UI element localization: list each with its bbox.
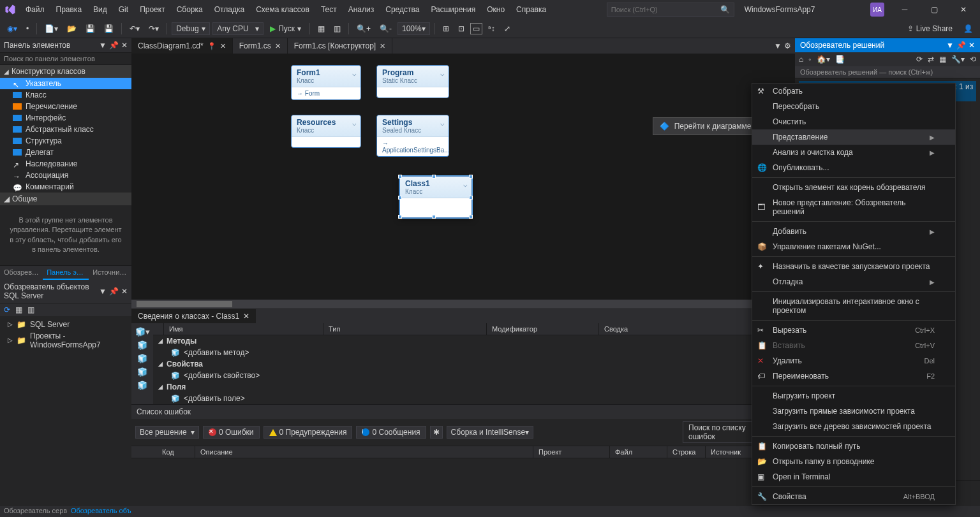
context-menu-item-18[interactable]: ✂ВырезатьCtrl+X <box>752 323 955 338</box>
back-button[interactable]: ◉▾ <box>4 22 20 35</box>
new-item-button[interactable]: 📄▾ <box>41 22 61 35</box>
se-home2-icon[interactable]: 🏠▾ <box>817 55 830 64</box>
class-box-settings[interactable]: SettingsSealed Класс⌵→ ApplicationSettin… <box>376 115 449 157</box>
tb-icon-1[interactable]: ▦ <box>315 22 328 35</box>
menu-проект[interactable]: Проект <box>135 3 170 17</box>
errors-filter[interactable]: ✕0 Ошибки <box>203 426 260 439</box>
toolbox-item-1[interactable]: Класс <box>0 89 131 101</box>
error-scope-combo[interactable]: Все решение▾ <box>135 426 199 439</box>
class-box-form1[interactable]: Form1Класс⌵→ Form <box>291 65 361 100</box>
context-menu-item-16[interactable]: Инициализировать интерактивное окно с пр… <box>752 294 955 318</box>
toolbox-item-4[interactable]: Абстрактный класс <box>0 124 131 135</box>
toolbox-item-7[interactable]: ↗Наследование <box>0 158 131 170</box>
cd-icon-4[interactable]: 🧊 <box>137 367 147 377</box>
cd-category[interactable]: ◢Свойства <box>153 358 795 370</box>
toolbox-item-3[interactable]: Интерфейс <box>0 112 131 124</box>
platform-combo[interactable]: Any CPU▾ <box>212 22 264 35</box>
se-home-icon[interactable]: ⌂ <box>799 55 803 64</box>
toolbox-item-0[interactable]: ↖Указатель <box>0 78 131 89</box>
doc-tab-2[interactable]: Form1.cs [Конструктор]✕ <box>288 38 392 54</box>
doc-tab-0[interactable]: ClassDiagram1.cd*📍✕ <box>131 38 233 54</box>
open-button[interactable]: 📂 <box>64 22 80 35</box>
cd-category[interactable]: ◢Поля <box>153 381 795 393</box>
se-back-icon[interactable]: ◦ <box>808 55 811 64</box>
close-panel-icon[interactable]: ✕ <box>121 41 128 50</box>
toolbox-item-8[interactable]: →Ассоциация <box>0 170 131 181</box>
context-menu-item-10[interactable]: Добавить▶ <box>752 224 955 239</box>
menu-файл[interactable]: Файл <box>20 3 50 17</box>
build-combo[interactable]: Сборка и IntelliSense▾ <box>447 426 533 439</box>
context-menu-item-27[interactable]: 📋Копировать полный путь <box>752 439 955 454</box>
context-menu-item-20[interactable]: ✕УдалитьDel <box>752 353 955 368</box>
search-input[interactable] <box>611 6 716 13</box>
build-filter[interactable]: ✱ <box>430 426 443 439</box>
forward-button[interactable]: • <box>23 22 32 35</box>
menu-расширения[interactable]: Расширения <box>426 3 480 17</box>
left-tab-0[interactable]: Обозреват... <box>0 266 43 280</box>
menu-анализ[interactable]: Анализ <box>343 3 380 17</box>
grid-icon[interactable]: ⊞ <box>440 22 452 35</box>
context-menu-item-4[interactable]: Анализ и очистка кода▶ <box>752 145 955 160</box>
context-menu-item-11[interactable]: 📦Управление пакетами NuGet... <box>752 239 955 254</box>
cd-add-row[interactable]: 🧊<добавить метод> <box>153 347 795 358</box>
menu-тест[interactable]: Тест <box>316 3 342 17</box>
menu-средства[interactable]: Средства <box>380 3 424 17</box>
messages-filter[interactable]: i0 Сообщения <box>356 426 426 439</box>
context-menu-item-25[interactable]: Загрузить все дерево зависимостей проект… <box>752 419 955 434</box>
sql-item-0[interactable]: ▷📁SQL Server <box>3 319 129 330</box>
class-details-tab[interactable]: Сведения о классах - Class1✕ <box>131 309 256 323</box>
sql-icon-3[interactable]: ▥ <box>27 305 34 314</box>
context-menu-item-24[interactable]: Загрузить прямые зависимости проекта <box>752 404 955 419</box>
run-button[interactable]: ▶Пуск▾ <box>266 22 305 35</box>
minimize-button[interactable]: ─ <box>891 1 919 18</box>
menu-сборка[interactable]: Сборка <box>172 3 208 17</box>
context-menu-item-5[interactable]: 🌐Опубликовать... <box>752 160 955 175</box>
tb-icon-2[interactable]: ▥ <box>330 22 344 35</box>
undo-button[interactable]: ↶▾ <box>126 22 143 35</box>
context-menu-item-0[interactable]: ⚒Собрать <box>752 84 955 99</box>
context-menu-item-28[interactable]: 📂Открыть папку в проводнике <box>752 454 955 469</box>
menu-окно[interactable]: Окно <box>482 3 510 17</box>
toolbox-item-9[interactable]: 💬Комментарий <box>0 181 131 193</box>
bottom-tab-1[interactable]: Обозреватель серв... <box>0 506 67 517</box>
menu-отладка[interactable]: Отладка <box>209 3 249 17</box>
cd-icon-2[interactable]: 🧊 <box>137 340 147 350</box>
context-menu-item-2[interactable]: Очистить <box>752 114 955 129</box>
close-button[interactable]: ✕ <box>949 1 977 18</box>
cd-icon-3[interactable]: 🧊 <box>137 354 147 363</box>
zoom-combo[interactable]: 100%▾ <box>397 22 430 35</box>
class-box-program[interactable]: ProgramStatic Класс⌵ <box>376 65 449 98</box>
se-sync-icon[interactable]: 📑 <box>835 55 845 64</box>
redo-button[interactable]: ↷▾ <box>145 22 162 35</box>
context-menu-item-29[interactable]: ▣Open in Terminal <box>752 469 955 484</box>
account-icon[interactable]: 👤 <box>960 22 976 35</box>
class-diagram-canvas[interactable]: 🔷 Перейти к диаграмме классов Form1Класс… <box>131 54 795 300</box>
cd-category[interactable]: ◢Методы <box>153 335 795 347</box>
horizontal-scrollbar[interactable] <box>131 300 795 309</box>
layout-icon[interactable]: ⊡ <box>455 22 468 35</box>
save-button[interactable]: 💾 <box>82 22 98 35</box>
doc-tab-1[interactable]: Form1.cs✕ <box>233 38 288 54</box>
left-tab-1[interactable]: Панель эле... <box>43 266 89 280</box>
menu-правка[interactable]: Правка <box>51 3 87 17</box>
sql-item-1[interactable]: ▷📁Проекты - WindowsFormsApp7 <box>3 330 129 351</box>
context-menu-item-23[interactable]: Выгрузить проект <box>752 388 955 404</box>
zoom-in-icon[interactable]: 🔍+ <box>353 22 374 35</box>
menu-схема классов[interactable]: Схема классов <box>251 3 315 17</box>
tab-settings-icon[interactable]: ⚙ <box>784 41 791 50</box>
toolbox-item-2[interactable]: Перечисление <box>0 101 131 112</box>
menu-git[interactable]: Git <box>114 3 133 17</box>
cd-add-row[interactable]: 🧊<добавить свойство> <box>153 370 795 381</box>
cd-icon-5[interactable]: 🧊 <box>137 381 147 390</box>
pin-icon[interactable]: 📍 <box>207 42 216 50</box>
context-menu-item-1[interactable]: Пересобрать <box>752 99 955 114</box>
context-menu-item-14[interactable]: Отладка▶ <box>752 274 955 289</box>
close-tab-icon[interactable]: ✕ <box>243 312 249 321</box>
close-tab-icon[interactable]: ✕ <box>380 42 385 50</box>
menu-вид[interactable]: Вид <box>88 3 112 17</box>
toolbox-item-6[interactable]: Делегат <box>0 147 131 158</box>
warnings-filter[interactable]: 0 Предупреждения <box>264 426 353 439</box>
context-menu-item-7[interactable]: Открыть элемент как корень обозревателя <box>752 180 955 195</box>
menu-справка[interactable]: Справка <box>511 3 551 17</box>
zoom-out-icon[interactable]: 🔍- <box>376 22 395 35</box>
